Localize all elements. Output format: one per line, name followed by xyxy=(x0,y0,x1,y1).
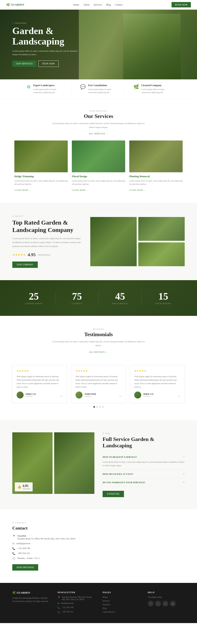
hero-buttons: OUR SERVICES BOOK NOW xyxy=(12,60,78,67)
planting-image xyxy=(129,140,183,172)
features-bar: ⚙ Expert Landscapers Lorem ipsum dolor s… xyxy=(0,79,197,99)
quote-icon: " xyxy=(60,398,62,398)
testi-1-role: Gardener xyxy=(26,395,36,397)
expert-desc: Lorem ipsum dolor sit amet, consectetur … xyxy=(33,88,64,94)
service-planting: Planting Removal Lorem ipsum dolor sit a… xyxy=(129,140,183,192)
footer-leaf-icon: 🌿 xyxy=(12,591,16,594)
stat-clients-num: 75 xyxy=(60,292,94,301)
our-services-button[interactable]: OUR SERVICES xyxy=(12,60,36,67)
about-left: ABOUT Top Rated Garden & Landscaping Com… xyxy=(12,215,82,268)
footer-description: Garden & Landscaping Elements. Sunryde 4… xyxy=(12,596,49,603)
stat-treatments: 45 TREATMENTS xyxy=(99,292,142,304)
hedge-learn-more[interactable]: LEARN MORE xyxy=(14,189,31,191)
faq-toggle-2: + xyxy=(183,472,185,476)
dot-3[interactable] xyxy=(99,406,101,408)
stat-clients-label: CLIENTS xyxy=(60,302,94,304)
feature-expert: ⚙ Expert Landscapers Lorem ipsum dolor s… xyxy=(18,84,72,94)
licensed-desc: Lorem ipsum dolor sit amet, consectetur … xyxy=(142,88,170,94)
all-reviews-link[interactable]: ALL REVIEWS xyxy=(89,351,108,353)
our-company-button[interactable]: OUR COMPANY xyxy=(12,262,38,268)
linkedin-icon[interactable]: in xyxy=(170,601,176,606)
testi-2-info: JOHN DOE Gardener xyxy=(84,393,96,397)
all-services-link[interactable]: ALL SERVICES xyxy=(89,132,108,135)
footer-page-home[interactable]: Home xyxy=(102,596,140,598)
faq-rating-label: Top Rated xyxy=(22,488,30,490)
dot-4[interactable] xyxy=(102,406,104,408)
contact-phone2: +987 654 321 xyxy=(18,552,30,554)
testimonial-1: ★★★★★ Velit aliquot saghit id consectetu… xyxy=(12,365,67,403)
faq-item-1: HOW TO REQUEST A SERVICE? − Lorem ipsum … xyxy=(102,453,185,470)
footer-help-col: HELP Visit Help Center f t y in xyxy=(148,591,185,615)
book-now-hero-button[interactable]: BOOK NOW xyxy=(38,60,58,67)
footer-phone-icon: 📞 xyxy=(58,606,60,609)
contact-hours-row: 🕐 Monday - Friday / 9 to 5 xyxy=(12,557,94,560)
testi-2-stars: ★★★★★ xyxy=(76,370,122,373)
about-section: ABOUT Top Rated Garden & Landscaping Com… xyxy=(0,203,197,280)
testi-3-text: Velit aliquot saghit id consectetur puru… xyxy=(134,375,180,389)
faq-images: 👍 4.95 Top Rated xyxy=(12,432,94,494)
brand-logo[interactable]: 🌿 GUARDEN xyxy=(6,3,24,6)
faq-question-1[interactable]: HOW TO REQUEST A SERVICE? − xyxy=(102,455,185,458)
footer-help-list: Visit Help Center xyxy=(148,596,185,598)
nav-home[interactable]: Home xyxy=(73,3,79,6)
testi-1-author: MIKE CO Gardener " xyxy=(16,392,63,398)
nav-blog[interactable]: Blog xyxy=(106,3,111,6)
service-floral: Floral Design Lorem ipsum dolor sit amet… xyxy=(72,140,125,192)
testi-3-role: Gardener xyxy=(143,395,154,397)
youtube-icon[interactable]: y xyxy=(162,601,168,606)
faq-question-2[interactable]: HOW MUCH WILL IT COST? + xyxy=(102,472,185,476)
footer-email-icon: ✉ xyxy=(58,602,59,605)
floral-desc: Lorem ipsum dolor sit amet, ctetur adipi… xyxy=(72,179,125,186)
contact-inner: CONTACT Contact 📍 Guarden Paradise Road … xyxy=(12,522,94,570)
expertise-button[interactable]: EXPERTISE xyxy=(102,491,124,497)
footer-page-reviews[interactable]: Client Reviews xyxy=(102,611,140,613)
testi-2-avatar xyxy=(76,392,82,398)
stat-evergreens-num: 15 xyxy=(146,292,180,301)
testi-1-text: Velit aliquot saghit id consectetur puru… xyxy=(16,375,63,389)
footer-newsletter-address: 📍 Paradise Road 10, Office P9, Pacific B… xyxy=(58,596,94,600)
footer-newsletter-email: ✉ mail@guard.en xyxy=(58,602,94,605)
footer-help-center[interactable]: Visit Help Center xyxy=(148,596,185,598)
contact-section: CONTACT Contact 📍 Guarden Paradise Road … xyxy=(0,510,197,583)
nav-about[interactable]: About xyxy=(83,3,90,6)
facebook-icon[interactable]: f xyxy=(148,601,154,606)
testimonials-description: Lorem ipsum dolor sit amet, consectetur … xyxy=(49,340,148,347)
hero-content: TOP RATED Garden & Landscaping Lorem ips… xyxy=(12,22,78,67)
hero-description: Lorem ipsum dolor sit amet, consectetur … xyxy=(12,49,78,56)
feature-expert-content: Expert Landscapers Lorem ipsum dolor sit… xyxy=(33,84,64,94)
feature-consultation: 💬 Free Consultation Lorem ipsum dolor si… xyxy=(72,84,125,94)
faq-rating-num: 4.95 xyxy=(22,484,30,488)
footer-help-title: HELP xyxy=(148,591,185,594)
send-message-button[interactable]: SEND MESSAGE xyxy=(12,564,38,570)
footer-pages-title: PAGES xyxy=(102,591,140,594)
footer-pages-col: PAGES Home Services Expertise Blog Clien… xyxy=(102,591,140,615)
phone2-icon: 📞 xyxy=(12,552,16,555)
dot-2[interactable] xyxy=(96,406,98,408)
hero-badge: TOP RATED xyxy=(12,22,78,24)
faq-rating-badge: 👍 4.95 Top Rated xyxy=(15,482,33,492)
footer-logo: 🌿 GUARDEN xyxy=(12,591,49,594)
book-now-button[interactable]: BOOK NOW xyxy=(172,2,191,8)
stat-landscapers-num: 25 xyxy=(16,292,51,301)
planting-learn-more[interactable]: LEARN MORE xyxy=(129,189,146,191)
footer-page-expertise[interactable]: Expertise xyxy=(102,604,140,606)
stat-treatments-num: 45 xyxy=(103,292,138,301)
footer-page-blog[interactable]: Blog xyxy=(102,607,140,609)
floral-name: Floral Design xyxy=(72,175,125,178)
testimonial-3: ★★★★★ Velit aliquot saghit id consectetu… xyxy=(130,365,185,403)
footer-page-services[interactable]: Services xyxy=(102,600,140,602)
twitter-icon[interactable]: t xyxy=(155,601,161,606)
nav-contact[interactable]: Contact xyxy=(115,3,122,6)
hedge-image xyxy=(14,140,68,172)
faq-question-3[interactable]: DO YOU WARRANTY YOUR SERVICES? + xyxy=(102,481,185,484)
faq-title: Full Service Garden & Landscaping xyxy=(102,436,185,449)
about-badge: ABOUT xyxy=(12,215,82,217)
expert-title: Expert Landscapers xyxy=(33,84,64,87)
floral-learn-more[interactable]: LEARN MORE xyxy=(72,189,89,191)
faq-answer-1: Lorem ipsum dolor sit amet, consectetur … xyxy=(102,460,185,467)
services-section: OUR SERVICES Our Services Lorem ipsum do… xyxy=(0,99,197,203)
stats-section: 25 LANDSCAPERS 75 CLIENTS 45 TREATMENTS … xyxy=(0,280,197,316)
nav-services[interactable]: Services xyxy=(94,3,102,6)
dot-1[interactable] xyxy=(93,406,95,408)
testi-2-author: JOHN DOE Gardener " xyxy=(76,392,122,398)
